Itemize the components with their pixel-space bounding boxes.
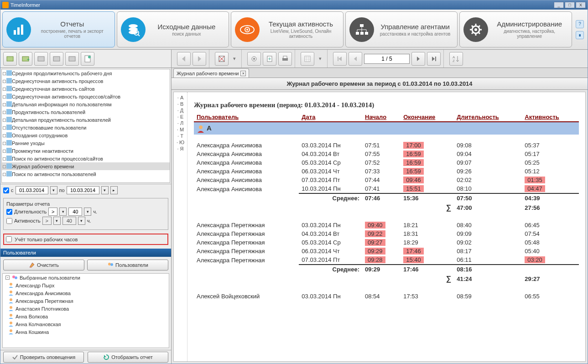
table-row: Александра Перетяжная06.03.2014 Чт09:291… — [194, 247, 579, 255]
tree-item[interactable]: Журнал рабочего времени — [2, 162, 170, 170]
selected-users-tree[interactable]: -Выбранные пользователиАлександр ПырхАле… — [2, 273, 169, 348]
page-last-button[interactable] — [427, 52, 441, 66]
duration-val-dd[interactable]: ▾ — [84, 208, 91, 216]
user-item[interactable]: Александр Пырх — [3, 281, 169, 289]
user-item[interactable]: Александра Анисимова — [3, 289, 169, 297]
print-button[interactable] — [278, 52, 292, 66]
page-first-button[interactable] — [333, 52, 347, 66]
show-report-button[interactable]: Отобразить отчет — [88, 352, 168, 363]
tb-btn-3[interactable] — [34, 52, 48, 66]
nav-db[interactable]: Исходные данныепоиск данных — [117, 11, 229, 47]
right-panel: ▾ ▾ AZ — [172, 50, 588, 364]
date-next-button[interactable]: ▸ — [110, 186, 118, 194]
tree-item[interactable]: Промежутки неактивности — [2, 147, 170, 155]
page-next-button[interactable] — [411, 52, 425, 66]
tb-btn-4[interactable] — [50, 52, 63, 66]
activity-checkbox[interactable] — [6, 218, 12, 224]
user-item[interactable]: Анна Кошкина — [3, 328, 169, 336]
tb-btn-5[interactable] — [65, 52, 79, 66]
date-from-dropdown[interactable]: ▾ — [50, 186, 57, 194]
nav-fwd-button[interactable] — [193, 52, 206, 66]
export-button[interactable] — [263, 52, 276, 66]
sort-button[interactable]: AZ — [449, 52, 463, 66]
alpha-letter[interactable]: · А — [177, 95, 183, 100]
nav-back-button[interactable] — [177, 52, 191, 66]
settings-button[interactable] — [247, 52, 261, 66]
tree-item[interactable]: Ранние уходы — [2, 139, 170, 147]
page-prev-button[interactable] — [349, 52, 362, 66]
tree-item[interactable]: Детальная продуктивность пользователей — [2, 116, 170, 124]
alpha-letter[interactable]: · Е — [177, 114, 183, 120]
page-input[interactable] — [364, 54, 410, 64]
tree-item[interactable]: Детальная информация по пользователям — [2, 100, 170, 108]
nav-net[interactable]: Управление агентамирасстановка и настрой… — [345, 11, 458, 47]
date-from-input[interactable] — [16, 186, 48, 194]
tb-btn-6[interactable] — [81, 52, 94, 66]
tree-item[interactable]: Средняя продолжительность рабочего дня — [2, 69, 170, 77]
tb-btn-2[interactable]: + — [19, 52, 32, 66]
nav-eye[interactable]: Текущая активностьLiveView, LiveSound, О… — [231, 11, 343, 47]
chart-icon[interactable]: ∎ — [576, 31, 584, 39]
user-item[interactable]: Анастасия Плотникова — [3, 305, 169, 312]
check-alerts-button[interactable]: Проверить оповещения — [3, 352, 84, 363]
report-scroll[interactable]: Журнал рабочего времени (период: 01.03.2… — [187, 92, 585, 361]
tab-close-icon[interactable]: × — [240, 71, 246, 76]
fit-dd[interactable]: ▾ — [230, 52, 239, 66]
alpha-letter[interactable]: · Д — [177, 108, 184, 113]
tree-item[interactable]: Среднесуточная активность процессов — [2, 77, 170, 85]
alpha-letter[interactable]: · Л — [177, 120, 183, 126]
tree-item[interactable]: Отсутствовавшие пользователи — [2, 124, 170, 131]
clear-button[interactable]: Очистить — [3, 260, 84, 270]
report-tree[interactable]: Средняя продолжительность рабочего дняСр… — [1, 69, 170, 183]
duration-checkbox[interactable] — [6, 209, 12, 215]
fit-button[interactable] — [215, 52, 229, 66]
grid-dd[interactable]: ▾ — [316, 52, 324, 66]
activity-val-dd[interactable]: ▾ — [78, 217, 85, 225]
user-tree-root[interactable]: -Выбранные пользователи — [3, 274, 169, 281]
tree-item[interactable]: Среднесуточная активность сайтов — [2, 85, 170, 93]
col-end[interactable]: Окончание — [401, 113, 454, 122]
report-tab[interactable]: Журнал рабочего времени × — [173, 68, 249, 78]
workhours-checkbox[interactable] — [6, 236, 12, 242]
date-enable-checkbox[interactable] — [3, 187, 9, 193]
nav-gear[interactable]: Администрированиедиагностика, настройка,… — [459, 11, 572, 47]
col-user[interactable]: Пользователь — [194, 113, 299, 122]
grid-button[interactable] — [301, 52, 314, 66]
tb-btn-1[interactable] — [3, 52, 17, 66]
help-icon[interactable]: ? — [576, 20, 584, 28]
tree-item[interactable]: Поиск по активности процессов/сайтов — [2, 155, 170, 162]
table-row: Александра Анисимова10.03.2014 Пн07:4115… — [194, 184, 579, 193]
tree-item[interactable]: Поиск по активности пользователей — [2, 170, 170, 178]
col-start[interactable]: Начало — [362, 113, 401, 122]
col-act[interactable]: Активность — [522, 113, 579, 122]
svg-point-43 — [10, 283, 12, 286]
users-button[interactable]: Пользователи — [87, 260, 168, 270]
alpha-letter[interactable]: · Т — [177, 133, 183, 139]
window-max-button[interactable]: □ — [565, 2, 575, 8]
window-min-button[interactable]: _ — [554, 2, 564, 8]
report-icon — [6, 94, 12, 99]
date-to-dropdown[interactable]: ▾ — [101, 186, 109, 194]
user-item[interactable]: Анна Колчановская — [3, 320, 169, 328]
col-date[interactable]: Дата — [299, 113, 362, 122]
window-close-button[interactable]: X — [576, 2, 586, 8]
svg-rect-37 — [6, 163, 12, 169]
alpha-letter[interactable]: · Ю — [177, 140, 184, 145]
tree-item[interactable]: Продуктивность пользователей — [2, 108, 170, 116]
activity-op-dd[interactable]: ▾ — [53, 217, 61, 225]
alpha-letter[interactable]: · В — [177, 101, 183, 107]
duration-op-dd[interactable]: ▾ — [59, 208, 67, 216]
nav-bars[interactable]: Отчетыпостроение, печать и экспорт отчет… — [2, 11, 115, 47]
date-to-input[interactable] — [67, 186, 99, 194]
col-dur[interactable]: Длительность — [454, 113, 522, 122]
alpha-letter[interactable]: · Я — [177, 146, 183, 151]
user-item[interactable]: Анна Волкова — [3, 312, 169, 320]
duration-op[interactable] — [48, 208, 57, 216]
tree-item[interactable]: Опоздания сотрудников — [2, 131, 170, 139]
svg-point-61 — [199, 125, 203, 129]
alpha-letter[interactable]: · М — [177, 127, 184, 132]
tree-item[interactable]: Среднесуточная активность процессов/сайт… — [2, 93, 170, 100]
user-item[interactable]: Александра Перетяжная — [3, 297, 169, 305]
alphabet-nav[interactable]: · А· В· Д· Е· Л· М· Т· Ю· Я — [174, 92, 187, 361]
duration-val[interactable] — [68, 208, 82, 216]
